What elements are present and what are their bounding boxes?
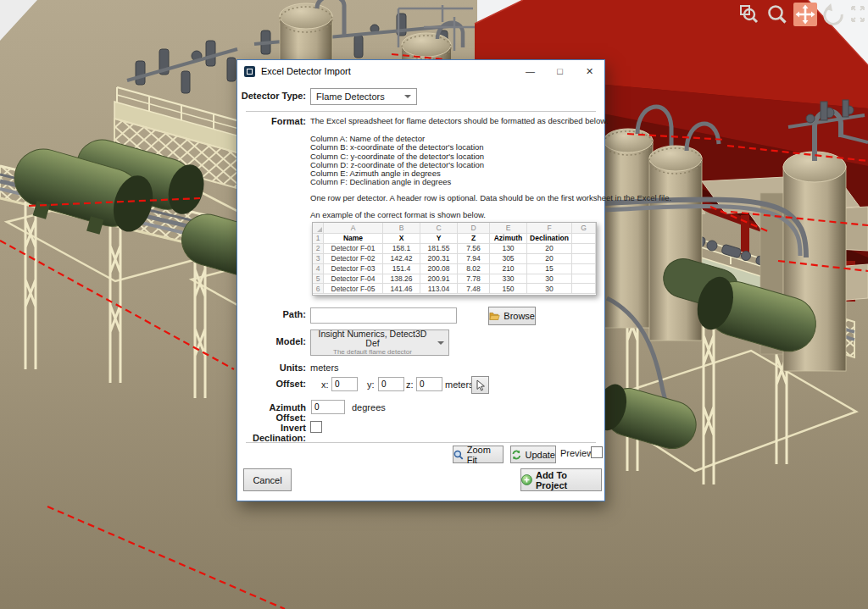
excel-cell: 5 — [313, 274, 324, 285]
excel-cell: 113.04 — [420, 284, 458, 294]
excel-grid: ABCDEFG1NameXYZAzimuthDeclination2Detect… — [313, 223, 596, 294]
azimuth-offset-input[interactable] — [311, 400, 345, 414]
excel-cell: 138.26 — [383, 274, 420, 285]
excel-cell: 30 — [527, 284, 572, 294]
detector-type-label: Detector Type: — [237, 91, 306, 101]
format-intro: The Excel spreadsheet for flame detector… — [310, 117, 608, 125]
zoom-fit-label: Zoom Fit — [467, 445, 503, 465]
excel-cell: 200.91 — [420, 274, 458, 285]
excel-cell: X — [383, 234, 420, 244]
excel-cell: 330 — [490, 274, 527, 285]
azimuth-offset-label: Azimuth Offset: — [237, 402, 306, 423]
zoom-fit-button[interactable]: Zoom Fit — [453, 446, 504, 463]
excel-cell: C — [420, 223, 458, 234]
excel-cell: 141.46 — [383, 284, 420, 294]
excel-cell: 200.08 — [420, 264, 458, 274]
dialog-titlebar[interactable]: Excel Detector Import — □ ✕ — [237, 60, 604, 82]
viewport-toolbar — [737, 3, 866, 26]
preview-checkbox[interactable] — [591, 446, 603, 458]
divider — [246, 442, 596, 443]
excel-cell — [572, 264, 596, 274]
pan-icon[interactable] — [793, 3, 817, 26]
update-label: Update — [526, 450, 555, 460]
excel-cell: 130 — [490, 244, 527, 254]
folder-icon — [489, 311, 500, 321]
excel-cell: 7.48 — [458, 284, 490, 294]
excel-cell: Azimuth — [490, 234, 527, 244]
excel-cell: 2 — [313, 244, 324, 254]
excel-cell: 8.02 — [458, 264, 490, 274]
model-label: Model: — [237, 336, 306, 346]
offset-label: Offset: — [237, 379, 306, 389]
invert-declination-checkbox[interactable] — [310, 421, 322, 433]
resize-corners-icon[interactable] — [849, 3, 866, 26]
offset-z-input[interactable] — [416, 377, 442, 391]
path-label: Path: — [237, 309, 306, 319]
format-label: Format: — [237, 116, 306, 126]
excel-cell: 1 — [313, 234, 324, 244]
zoom-icon[interactable] — [765, 3, 789, 26]
excel-cell — [572, 254, 596, 264]
add-to-project-button[interactable]: Add To Project — [520, 468, 602, 491]
close-button[interactable]: ✕ — [575, 60, 604, 82]
update-button[interactable]: Update — [510, 446, 556, 463]
excel-cell: 30 — [527, 274, 572, 285]
zoom-selection-icon[interactable] — [737, 3, 761, 26]
excel-cell: Detector F-05 — [324, 284, 383, 294]
model-subtitle: The default flame detector — [311, 349, 434, 356]
excel-cell — [572, 274, 596, 285]
excel-cell — [572, 284, 596, 294]
format-columns: Column A: Name of the detector Column B:… — [310, 135, 484, 187]
browse-label: Browse — [504, 311, 535, 321]
excel-cell: 7.94 — [458, 254, 490, 264]
invert-declination-label: Invert Declination: — [237, 423, 306, 443]
offset-y-input[interactable] — [378, 377, 404, 391]
refresh-icon — [511, 450, 522, 460]
model-value-wrap: Insight Numerics, Detect3D Def The defau… — [311, 329, 434, 356]
excel-cell: 142.42 — [383, 254, 420, 264]
excel-cell: 20 — [527, 254, 572, 264]
divider — [246, 111, 596, 112]
cancel-label: Cancel — [253, 475, 281, 485]
dialog-title: Excel Detector Import — [261, 66, 515, 76]
excel-cell — [572, 234, 596, 244]
preview-label: Preview — [560, 448, 593, 458]
path-input[interactable] — [310, 307, 457, 324]
pick-point-button[interactable] — [471, 376, 489, 394]
excel-cell: F — [527, 223, 572, 234]
excel-cell: 151.4 — [383, 264, 420, 274]
excel-cell: 150 — [490, 284, 527, 294]
excel-cell: 15 — [527, 264, 572, 274]
model-select[interactable]: Insight Numerics, Detect3D Def The defau… — [310, 329, 449, 356]
excel-example-table: ABCDEFG1NameXYZAzimuthDeclination2Detect… — [312, 222, 597, 296]
excel-cell: G — [572, 223, 596, 234]
excel-cell: 3 — [313, 254, 324, 264]
offset-units: meters — [445, 379, 474, 390]
add-icon — [521, 474, 532, 485]
excel-cell: Detector F-04 — [324, 274, 383, 285]
chevron-down-icon — [437, 341, 444, 345]
excel-cell: Name — [324, 234, 383, 244]
excel-cell: 305 — [490, 254, 527, 264]
azimuth-offset-units: degrees — [352, 402, 386, 412]
cancel-button[interactable]: Cancel — [243, 468, 292, 491]
excel-cell — [313, 223, 324, 234]
excel-cell: 7.56 — [458, 244, 490, 254]
rotate-icon[interactable] — [821, 3, 845, 26]
maximize-button[interactable]: □ — [545, 60, 575, 82]
cursor-icon — [476, 379, 486, 391]
excel-cell: 200.31 — [420, 254, 458, 264]
detector-type-select[interactable]: Flame Detectors — [310, 88, 417, 105]
excel-cell: B — [383, 223, 420, 234]
offset-y-label: y: — [367, 379, 375, 390]
model-value: Insight Numerics, Detect3D Def — [311, 329, 434, 347]
minimize-button[interactable]: — — [515, 60, 545, 82]
format-example-note: An example of the correct format is show… — [310, 211, 486, 219]
excel-cell: 20 — [527, 244, 572, 254]
excel-cell: 6 — [313, 284, 324, 294]
excel-cell: Detector F-01 — [324, 244, 383, 254]
browse-button[interactable]: Browse — [488, 307, 536, 325]
excel-cell: Detector F-02 — [324, 254, 383, 264]
excel-cell: 4 — [313, 264, 324, 274]
offset-x-input[interactable] — [331, 377, 358, 391]
